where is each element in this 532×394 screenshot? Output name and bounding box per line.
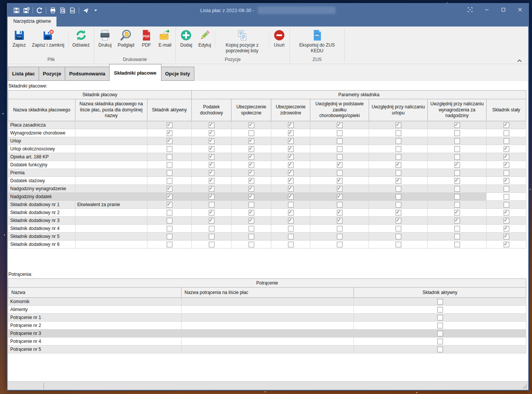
checkbox-checked[interactable] <box>209 130 214 136</box>
checkbox-unchecked[interactable] <box>454 202 460 208</box>
component-name-cell[interactable]: Opieka art. 188 KP <box>8 153 75 161</box>
checkbox-unchecked[interactable] <box>396 194 401 200</box>
checkbox-cell[interactable] <box>271 137 310 145</box>
checkbox-cell[interactable] <box>192 209 232 217</box>
checkbox-cell[interactable] <box>147 241 192 249</box>
checkbox-checked[interactable] <box>396 178 401 184</box>
checkbox-unchecked[interactable] <box>454 130 460 136</box>
checkbox-cell[interactable] <box>354 314 526 322</box>
checkbox-unchecked[interactable] <box>396 202 401 208</box>
component-alt-name-cell[interactable] <box>75 153 147 161</box>
component-alt-name-cell[interactable] <box>75 209 147 217</box>
checkbox-cell[interactable] <box>192 161 232 169</box>
checkbox-unchecked[interactable] <box>337 234 343 239</box>
component-alt-name-cell[interactable] <box>75 129 147 137</box>
checkbox-cell[interactable] <box>310 169 369 177</box>
checkbox-cell[interactable] <box>310 233 369 241</box>
checkbox-cell[interactable] <box>487 217 526 225</box>
checkbox-cell[interactable] <box>310 121 369 129</box>
scale-button[interactable] <box>462 4 478 17</box>
checkbox-checked[interactable] <box>288 186 294 192</box>
checkbox-cell[interactable] <box>487 241 526 249</box>
component-name-cell[interactable]: Składnik dodatkowy nr 2 <box>8 209 75 217</box>
checkbox-unchecked[interactable] <box>437 315 443 321</box>
checkbox-cell[interactable] <box>271 209 310 217</box>
checkbox-cell[interactable] <box>310 201 369 209</box>
checkbox-unchecked[interactable] <box>209 202 214 208</box>
checkbox-cell[interactable] <box>271 217 310 225</box>
checkbox-unchecked[interactable] <box>167 218 172 224</box>
pdf-button[interactable]: PDFPDF <box>137 27 155 56</box>
checkbox-unchecked[interactable] <box>167 234 172 239</box>
checkbox-cell[interactable] <box>428 121 487 129</box>
checkbox-cell[interactable] <box>147 169 192 177</box>
component-alt-name-cell[interactable] <box>75 177 147 185</box>
checkbox-cell[interactable] <box>232 201 271 209</box>
checkbox-cell[interactable] <box>369 241 428 249</box>
deduction-name-cell[interactable]: Komornik <box>8 298 182 306</box>
checkbox-unchecked[interactable] <box>337 226 343 231</box>
checkbox-cell[interactable] <box>369 201 428 209</box>
checkbox-cell[interactable] <box>428 209 487 217</box>
checkbox-cell[interactable] <box>354 322 526 330</box>
checkbox-unchecked[interactable] <box>209 226 214 231</box>
checkbox-unchecked[interactable] <box>396 130 401 136</box>
deduction-name-cell[interactable]: Potrącenie nr 1 <box>8 314 182 322</box>
checkbox-cell[interactable] <box>428 137 487 145</box>
checkbox-cell[interactable] <box>232 185 271 193</box>
checkbox-cell[interactable] <box>192 177 232 185</box>
tab-pozycje[interactable]: Pozycje <box>39 67 65 81</box>
checkbox-unchecked[interactable] <box>288 242 294 247</box>
checkbox-checked[interactable] <box>249 218 254 224</box>
checkbox-checked[interactable] <box>396 122 401 128</box>
checkbox-unchecked[interactable] <box>167 226 172 231</box>
component-alt-name-cell[interactable] <box>75 193 147 201</box>
component-name-cell[interactable]: Składnik dodatkowy nr 3 <box>8 217 75 225</box>
component-alt-name-cell[interactable] <box>75 217 147 225</box>
checkbox-cell[interactable] <box>428 153 487 161</box>
checkbox-cell[interactable] <box>369 121 428 129</box>
checkbox-cell[interactable] <box>369 169 428 177</box>
save-close-icon[interactable] <box>23 7 30 14</box>
send-icon[interactable] <box>82 7 89 14</box>
checkbox-cell[interactable] <box>487 225 526 233</box>
checkbox-cell[interactable] <box>147 185 192 193</box>
checkbox-cell[interactable] <box>192 233 232 241</box>
checkbox-unchecked[interactable] <box>396 186 401 192</box>
checkbox-cell[interactable] <box>428 217 487 225</box>
checkbox-cell[interactable] <box>232 209 271 217</box>
checkbox-unchecked[interactable] <box>249 202 254 208</box>
checkbox-cell[interactable] <box>487 169 526 177</box>
component-alt-name-cell[interactable] <box>75 145 147 153</box>
checkbox-cell[interactable] <box>428 129 487 137</box>
checkbox-checked[interactable] <box>167 194 172 200</box>
checkbox-cell[interactable] <box>428 201 487 209</box>
checkbox-checked[interactable] <box>288 138 294 144</box>
checkbox-unchecked[interactable] <box>396 138 401 144</box>
checkbox-checked[interactable] <box>454 122 460 128</box>
checkbox-cell[interactable] <box>147 177 192 185</box>
checkbox-checked[interactable] <box>396 162 401 168</box>
component-name-cell[interactable]: Urlop okolicznosciowy <box>8 145 75 153</box>
checkbox-unchecked[interactable] <box>167 154 172 160</box>
component-alt-name-cell[interactable]: Ekwiwalent za pranie <box>75 201 147 209</box>
zapisz-i-zamknij-button[interactable]: Zapisz i zamknij <box>29 27 67 56</box>
checkbox-unchecked[interactable] <box>396 242 401 247</box>
checkbox-unchecked[interactable] <box>337 146 343 152</box>
checkbox-cell[interactable] <box>354 338 526 346</box>
component-alt-name-cell[interactable] <box>75 185 147 193</box>
checkbox-cell[interactable] <box>192 121 232 129</box>
checkbox-unchecked[interactable] <box>167 210 172 216</box>
checkbox-unchecked[interactable] <box>396 154 401 160</box>
checkbox-cell[interactable] <box>428 225 487 233</box>
checkbox-cell[interactable] <box>487 121 526 129</box>
checkbox-cell[interactable] <box>310 217 369 225</box>
checkbox-cell[interactable] <box>271 193 310 201</box>
checkbox-checked[interactable] <box>209 186 214 192</box>
checkbox-unchecked[interactable] <box>396 170 401 176</box>
checkbox-checked[interactable] <box>209 194 214 200</box>
checkbox-cell[interactable] <box>192 129 232 137</box>
close-button[interactable] <box>512 4 528 17</box>
checkbox-cell[interactable] <box>147 153 192 161</box>
checkbox-cell[interactable] <box>232 193 271 201</box>
